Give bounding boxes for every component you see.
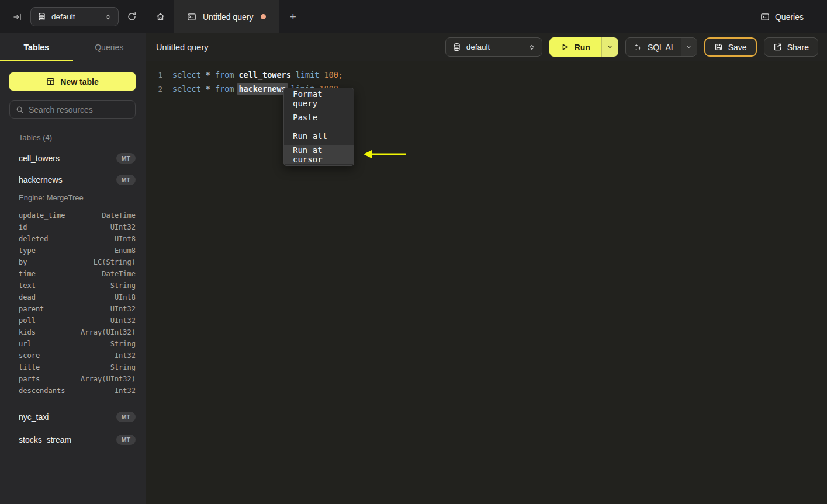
table-row-cell-towers[interactable]: cell_towers MT <box>19 153 136 164</box>
sql-table-name-highlighted: hackernews <box>237 83 288 95</box>
tables-section-label: Tables (4) <box>19 133 136 142</box>
engine-badge: MT <box>116 153 136 164</box>
search-input[interactable] <box>29 105 129 114</box>
column-row: typeEnum8 <box>19 245 136 256</box>
sql-number: 100; <box>324 70 343 79</box>
sql-ai-button-main[interactable]: SQL AI <box>626 38 681 56</box>
column-row: kidsArray(UInt32) <box>19 326 136 338</box>
table-name: cell_towers <box>19 154 60 163</box>
share-button[interactable]: Share <box>764 37 818 57</box>
sql-ai-button-label: SQL AI <box>648 43 673 52</box>
table-icon <box>46 77 55 86</box>
collapse-sidebar-icon <box>13 12 22 22</box>
database-icon <box>37 12 46 21</box>
menu-item-format-query[interactable]: Format query <box>284 89 354 108</box>
engine-badge: MT <box>116 412 136 422</box>
sql-keyword: from <box>215 84 234 93</box>
column-type: String <box>110 340 136 348</box>
column-type: UInt32 <box>110 305 136 313</box>
sql-ai-options-chevron[interactable] <box>681 38 697 56</box>
new-table-button-label: New table <box>60 77 98 86</box>
query-title: Untitled query <box>156 43 208 52</box>
top-bar-left: default <box>0 0 146 33</box>
home-button[interactable] <box>146 0 174 33</box>
column-name: url <box>19 340 32 348</box>
search-icon <box>16 106 24 114</box>
chevron-updown-icon <box>105 13 112 20</box>
share-button-label: Share <box>787 43 809 52</box>
column-type: UInt32 <box>110 317 136 325</box>
column-name: title <box>19 363 40 371</box>
column-name: poll <box>19 317 36 325</box>
collapse-sidebar-button[interactable] <box>13 12 22 22</box>
column-row: partsArray(UInt32) <box>19 373 136 385</box>
play-icon <box>560 43 569 51</box>
column-name: deleted <box>19 235 49 243</box>
sql-star: * <box>206 70 210 79</box>
column-name: update_time <box>19 211 65 220</box>
run-button-main[interactable]: Run <box>549 37 601 57</box>
home-icon <box>155 12 165 22</box>
annotation-arrow-icon <box>363 148 407 160</box>
new-table-button[interactable]: New table <box>9 72 136 91</box>
menu-item-paste[interactable]: Paste <box>284 108 354 127</box>
column-row: timeDateTime <box>19 268 136 280</box>
search-box <box>9 100 136 119</box>
column-type: String <box>110 363 136 371</box>
column-name: type <box>19 246 36 255</box>
column-list: update_timeDateTime idUInt32 deletedUInt… <box>19 210 136 397</box>
column-type: Int32 <box>115 352 136 360</box>
column-name: text <box>19 281 36 290</box>
sidebar-tabs: Tables Queries <box>0 33 146 61</box>
column-name: score <box>19 352 40 360</box>
console-icon <box>760 12 770 22</box>
body: Tables Queries New table <box>0 33 827 504</box>
console-icon <box>187 12 196 22</box>
new-tab-button[interactable]: + <box>279 0 307 33</box>
share-icon <box>773 43 782 51</box>
sql-star: * <box>206 84 210 93</box>
sidebar-content: New table Tables (4) cell_towers MT <box>0 61 146 445</box>
run-button[interactable]: Run <box>549 37 618 57</box>
queries-button[interactable]: Queries <box>760 12 804 22</box>
chevron-down-icon <box>686 44 692 50</box>
refresh-button[interactable] <box>127 12 137 22</box>
column-row: parentUInt32 <box>19 303 136 315</box>
sidebar-tab-tables[interactable]: Tables <box>0 33 73 61</box>
engine-label: Engine: MergeTree <box>19 193 136 202</box>
toolbar-database-value: default <box>466 43 523 51</box>
refresh-icon <box>127 12 137 22</box>
sql-ai-button[interactable]: SQL AI <box>625 37 697 57</box>
table-row-hackernews[interactable]: hackernews MT <box>19 175 136 185</box>
menu-item-run-all[interactable]: Run all <box>284 127 354 145</box>
sql-keyword: limit <box>296 70 320 79</box>
table-name: hackernews <box>19 175 63 185</box>
top-bar-right: Queries <box>760 0 827 33</box>
column-name: descendants <box>19 387 65 395</box>
sidebar-tab-queries[interactable]: Queries <box>73 33 146 61</box>
code-line-2[interactable]: 2 select * from hackernews limit 1000 <box>146 82 827 96</box>
column-type: DateTime <box>102 211 136 220</box>
column-name: time <box>19 270 36 278</box>
column-type: UInt8 <box>115 235 136 243</box>
sql-editor[interactable]: 1 select * from cell_towers limit 100; 2… <box>146 61 827 504</box>
sidebar: Tables Queries New table <box>0 33 146 504</box>
top-bar: default <box>0 0 827 33</box>
save-button[interactable]: Save <box>704 37 757 57</box>
save-button-label: Save <box>728 43 747 52</box>
tab-untitled-query[interactable]: Untitled query <box>174 0 279 33</box>
column-type: UInt8 <box>115 293 136 301</box>
sql-keyword: from <box>215 70 234 79</box>
column-name: dead <box>19 293 36 301</box>
table-row-stocks-stream[interactable]: stocks_stream MT <box>19 435 136 445</box>
menu-item-run-at-cursor[interactable]: Run at cursor <box>284 145 354 164</box>
code-line-1[interactable]: 1 select * from cell_towers limit 100; <box>146 68 827 82</box>
editor-context-menu: Format query Paste Run all Run at cursor <box>283 88 354 166</box>
column-row: descendantsInt32 <box>19 385 136 397</box>
table-row-nyc-taxi[interactable]: nyc_taxi MT <box>19 412 136 422</box>
database-selector[interactable]: default <box>30 7 119 26</box>
run-options-chevron[interactable] <box>601 37 618 57</box>
toolbar-database-selector[interactable]: default <box>445 37 542 57</box>
column-name: parent <box>19 305 44 313</box>
column-type: String <box>110 281 136 290</box>
